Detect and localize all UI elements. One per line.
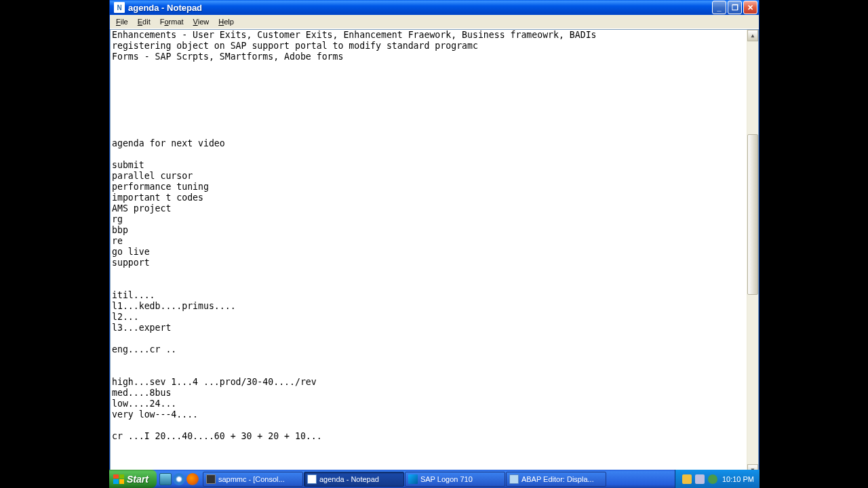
task-abap-editor[interactable]: ABAP Editor: Displa... [506, 472, 606, 487]
start-button[interactable]: Start [109, 470, 157, 488]
task-buttons: sapmmc - [Consol... agenda - Notepad SAP… [201, 470, 675, 488]
editor-container: Enhancements - User Exits, Customer Exit… [110, 29, 759, 488]
scroll-up-button[interactable]: ▲ [747, 30, 758, 41]
titlebar[interactable]: N agenda - Notepad _ ❐ ✕ [110, 0, 759, 15]
clock[interactable]: 10:10 PM [722, 475, 754, 483]
ie-icon[interactable] [173, 473, 185, 485]
console-icon [206, 474, 216, 484]
show-desktop-icon[interactable] [159, 473, 172, 485]
quick-launch [157, 470, 201, 488]
task-label: sapmmc - [Consol... [218, 475, 285, 483]
start-label: Start [127, 474, 149, 485]
sap-icon [408, 474, 418, 484]
task-label: agenda - Notepad [319, 475, 379, 483]
close-button[interactable]: ✕ [743, 1, 757, 14]
maximize-button[interactable]: ❐ [728, 1, 742, 14]
menu-view[interactable]: View [189, 16, 214, 27]
task-sap-logon[interactable]: SAP Logon 710 [405, 472, 505, 487]
menu-edit[interactable]: Edit [133, 16, 155, 27]
text-editor[interactable]: Enhancements - User Exits, Customer Exit… [111, 30, 758, 487]
window-title: agenda - Notepad [128, 3, 712, 13]
menu-format[interactable]: Format [155, 16, 189, 27]
tray-icon-2[interactable] [695, 474, 705, 484]
notepad-window: N agenda - Notepad _ ❐ ✕ File Edit Forma… [109, 0, 760, 488]
vscroll-thumb[interactable] [747, 134, 758, 295]
task-label: ABAP Editor: Displa... [521, 475, 594, 483]
menu-file[interactable]: File [111, 16, 133, 27]
vscroll-track[interactable] [747, 41, 758, 464]
tray-icon-1[interactable] [682, 474, 692, 484]
task-notepad[interactable]: agenda - Notepad [304, 472, 404, 487]
tray-icon-3[interactable] [708, 474, 717, 484]
minimize-button[interactable]: _ [712, 1, 726, 14]
abap-icon [509, 474, 519, 484]
notepad-icon: N [114, 2, 125, 13]
vertical-scrollbar[interactable]: ▲ ▼ [747, 30, 758, 476]
menubar: File Edit Format View Help [110, 15, 759, 29]
firefox-icon[interactable] [186, 473, 199, 485]
task-label: SAP Logon 710 [420, 475, 473, 483]
windows-logo-icon [113, 474, 124, 484]
notepad-task-icon [307, 474, 317, 484]
task-sapmmc[interactable]: sapmmc - [Consol... [203, 472, 303, 487]
system-tray: 10:10 PM [675, 470, 760, 488]
window-controls: _ ❐ ✕ [712, 1, 757, 14]
taskbar: Start sapmmc - [Consol... agenda - Notep… [109, 470, 760, 488]
menu-help[interactable]: Help [214, 16, 239, 27]
